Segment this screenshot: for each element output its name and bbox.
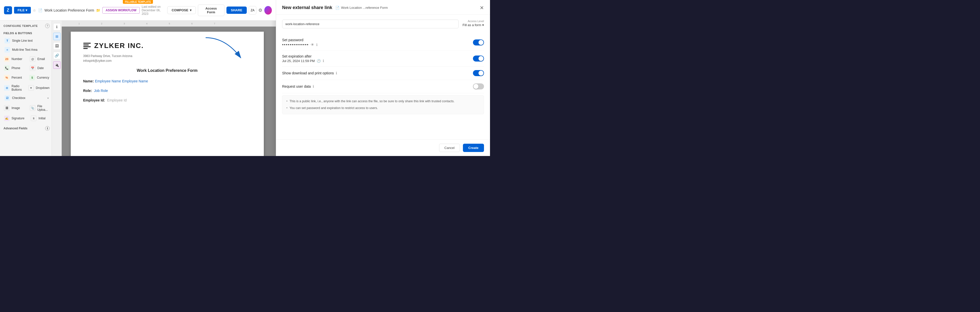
percent-icon: %	[4, 75, 10, 80]
download-label: Show download and print options	[282, 71, 334, 75]
access-form-button[interactable]: Access Form	[198, 5, 224, 16]
field-radio-buttons[interactable]: ⊙ Radio Buttons	[2, 83, 24, 93]
fields-grid-row4: 🖼 Image 📎 File Uploa...	[0, 102, 53, 114]
field-image[interactable]: 🖼 Image	[2, 103, 25, 113]
advanced-fields-section[interactable]: Advanced Fields ℹ	[0, 124, 53, 133]
field-phone[interactable]: 📞 Phone	[2, 64, 25, 72]
password-toggle[interactable]	[473, 40, 484, 45]
link-sidebar-btn[interactable]: 🔗	[53, 52, 61, 59]
close-button[interactable]: ✕	[480, 5, 484, 10]
user-data-setting-row: Request user data ℹ	[282, 80, 484, 93]
fields-grid-row1: 23 Number @ Email 📞 Phone 📅 Date	[0, 54, 53, 73]
number-label: Number	[11, 57, 22, 61]
toggle-knob-download	[479, 70, 484, 75]
settings-icon[interactable]: ⚙	[258, 8, 262, 13]
initial-label: Initial	[38, 117, 45, 120]
download-info-icon[interactable]: ℹ	[336, 71, 337, 75]
file-button[interactable]: FILE ▾	[14, 7, 31, 14]
fields-grid-row5: ✍ Signature Ii Initial	[0, 114, 53, 123]
toolbar-logo: Z	[4, 6, 12, 14]
access-level-value: Fill as a form	[463, 23, 481, 27]
advanced-help-icon[interactable]: ℹ	[45, 126, 50, 131]
field-multiline[interactable]: ≡ Multi-line Text Area	[1, 45, 52, 54]
field-currency[interactable]: $ Currency	[27, 74, 51, 82]
image-icon: 🖼	[4, 105, 10, 111]
field-initial[interactable]: Ii Initial	[29, 114, 51, 123]
user-data-toggle[interactable]	[473, 83, 484, 90]
layout-sidebar-btn[interactable]: ⊞	[53, 33, 61, 40]
panel-body: Access Level Fill as a form ▾ Set passwo…	[276, 14, 490, 119]
field-signature[interactable]: ✍ Signature	[2, 114, 26, 123]
star-icon[interactable]: ☆	[33, 8, 36, 12]
toggle-knob-user-data	[473, 84, 479, 89]
configure-header: CONFIGURE TEMPLATE ?	[0, 21, 53, 30]
dropdown-icon: ▼	[28, 85, 34, 91]
checkbox-label: Checkbox	[12, 96, 25, 100]
expiry-toggle-right	[473, 56, 484, 62]
percent-label: Percent	[11, 76, 22, 79]
left-sidebar: CONFIGURE TEMPLATE ? FIELDS & BUTTONS T …	[0, 21, 53, 156]
create-button[interactable]: Create	[463, 144, 484, 152]
right-icons-bar: ℹ ⊞ 🖼 🔗 🔌	[52, 21, 62, 156]
access-level-select[interactable]: Fill as a form ▾	[463, 23, 484, 27]
cancel-button[interactable]: Cancel	[439, 144, 460, 152]
password-dots: ••••••••••••••	[282, 42, 309, 47]
field-dropdown[interactable]: ▼ Dropdown	[26, 83, 52, 93]
field-number[interactable]: 23 Number	[2, 55, 25, 63]
form-title: Work Location Preference Form	[83, 68, 251, 73]
field-email[interactable]: @ Email	[28, 55, 51, 63]
expiry-info-icon[interactable]: ℹ	[323, 59, 324, 63]
download-toggle[interactable]	[473, 70, 484, 76]
password-info-icon[interactable]: ℹ	[316, 43, 317, 47]
advanced-fields-label: Advanced Fields	[3, 126, 27, 130]
role-label: Role:	[83, 89, 92, 93]
company-logo	[83, 43, 91, 49]
field-checkbox[interactable]: ☑ Checkbox ▾	[1, 93, 52, 102]
company-name: ZYLKER INC.	[94, 42, 144, 50]
multiline-icon: ≡	[5, 47, 10, 53]
single-line-icon: T	[5, 38, 10, 43]
checkbox-expand-icon[interactable]: ▾	[48, 97, 49, 99]
field-file-upload[interactable]: 📎 File Uploa...	[28, 103, 51, 113]
name-field-row: Name: Employee Name Employee Name	[83, 79, 251, 83]
folder-icon: 📁	[96, 8, 100, 12]
za-button[interactable]: ZA	[249, 6, 256, 14]
download-setting-left: Show download and print options ℹ	[282, 71, 337, 75]
zoho-logo-icon: Z	[4, 6, 12, 14]
toggle-knob-expiry	[479, 56, 484, 61]
link-input-wrapper	[282, 19, 459, 29]
logo-line-3	[83, 46, 91, 47]
eye-icon[interactable]: 👁	[311, 43, 314, 47]
expiry-date: Jul 25, 2024 11:59 PM	[282, 59, 315, 63]
initial-icon: Ii	[31, 115, 37, 121]
image-sidebar-btn[interactable]: 🖼	[53, 42, 61, 50]
expiry-row: Jul 25, 2024 11:59 PM 🕐 ℹ	[282, 59, 324, 63]
share-button[interactable]: SHARE	[226, 6, 247, 14]
date-label: Date	[37, 66, 44, 70]
single-line-label: Single Line text	[12, 39, 33, 42]
editor-container: Z FILE ▾ ☆ 📄 Work Location Preference Fo…	[0, 0, 276, 156]
radio-icon: ⊙	[4, 85, 10, 91]
field-single-line[interactable]: T Single Line text	[1, 36, 52, 45]
plugin-sidebar-btn[interactable]: 🔌	[53, 61, 61, 69]
expiry-toggle[interactable]	[473, 56, 484, 62]
note-2: • You can set password and expiration to…	[286, 106, 480, 110]
info-sidebar-btn[interactable]: ℹ	[53, 23, 61, 30]
link-input[interactable]	[282, 19, 459, 29]
user-data-info-icon[interactable]: ℹ	[313, 85, 314, 88]
phone-icon: 📞	[4, 65, 10, 71]
help-icon[interactable]: ?	[45, 24, 50, 28]
user-avatar[interactable]	[264, 6, 272, 14]
password-row: •••••••••••••• 👁 ℹ	[282, 42, 317, 47]
horizontal-ruler: 1 2 3 4 5 6 7	[59, 21, 276, 27]
assign-workflow-button[interactable]: ASSIGN WORKFLOW	[102, 7, 140, 14]
password-label: Set password	[282, 38, 317, 42]
file-upload-icon: 📎	[30, 105, 35, 111]
toolbar: Z FILE ▾ ☆ 📄 Work Location Preference Fo…	[0, 0, 276, 21]
field-percent[interactable]: % Percent	[2, 74, 25, 82]
name-value-text: Employee Name	[122, 79, 148, 83]
field-date[interactable]: 📅 Date	[28, 64, 51, 72]
compose-button[interactable]: COMPOSE ▾	[167, 6, 196, 14]
access-level-label: Access Level	[463, 19, 484, 22]
fields-grid-row3: ⊙ Radio Buttons ▼ Dropdown	[0, 82, 53, 93]
